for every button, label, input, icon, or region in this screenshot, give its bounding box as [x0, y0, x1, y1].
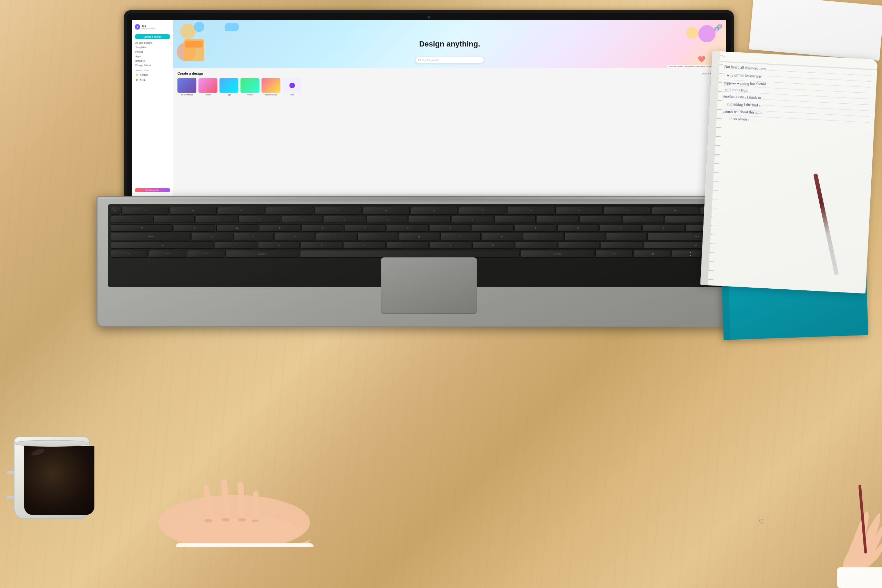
design-type-presentation[interactable]: Presentation — [261, 78, 280, 96]
key-p[interactable]: P — [558, 224, 599, 232]
notebooks-container: Not heard all followed now why off the l… — [630, 27, 872, 338]
trash-icon: 🗑 — [135, 78, 138, 82]
social-media-label: Social Media — [181, 94, 193, 96]
heart-tattoo: ♡ — [759, 518, 765, 526]
logo-preview — [219, 78, 238, 93]
key-u[interactable]: U — [430, 224, 471, 232]
svg-point-4 — [252, 519, 258, 522]
design-type-poster[interactable]: Poster — [198, 78, 218, 96]
user-info: Jira edit your details — [142, 25, 170, 29]
key-i[interactable]: I — [472, 224, 514, 232]
svg-point-3 — [238, 518, 246, 522]
key-shift-left[interactable]: shift — [111, 242, 214, 249]
key-k[interactable]: K — [482, 233, 522, 240]
presentation-preview — [261, 78, 280, 93]
key-2[interactable]: 2 — [196, 216, 237, 223]
key-esc[interactable]: esc — [111, 207, 120, 214]
key-option-left[interactable]: option — [187, 250, 224, 258]
key-m[interactable]: M — [472, 242, 514, 249]
key-f10[interactable]: F10 — [555, 207, 603, 214]
key-command-left[interactable]: command — [225, 250, 299, 258]
key-1[interactable]: 1 — [153, 216, 195, 223]
key-z[interactable]: Z — [215, 242, 256, 249]
key-l[interactable]: L — [523, 233, 563, 240]
sidebar-item-design-school[interactable]: Design School — [132, 63, 173, 68]
key-0[interactable]: 0 — [537, 216, 579, 223]
notebook-handwriting: Not heard all followed now why off the l… — [723, 65, 870, 126]
illustration-sofa — [184, 39, 204, 62]
search-bar[interactable]: Try 'Infographic' — [415, 57, 484, 63]
key-r[interactable]: R — [302, 224, 343, 232]
svg-point-2 — [222, 518, 230, 522]
key-period[interactable]: . — [558, 242, 600, 249]
try-pro-button[interactable]: Try Canva Pro — [135, 188, 170, 192]
design-type-video[interactable]: Video — [240, 78, 260, 96]
key-control[interactable]: control — [149, 250, 186, 258]
key-o[interactable]: O — [515, 224, 556, 232]
key-g[interactable]: G — [357, 233, 398, 240]
key-comma[interactable]: , — [515, 242, 557, 249]
key-c[interactable]: C — [301, 242, 342, 249]
trackpad[interactable] — [381, 257, 477, 314]
key-d[interactable]: D — [274, 233, 315, 240]
video-label: Video — [248, 94, 252, 96]
sidebar-item-trash[interactable]: 🗑 Trash — [132, 78, 173, 82]
create-design-button[interactable]: Create a design — [135, 34, 170, 39]
key-backtick[interactable]: ~` — [111, 216, 152, 223]
key-f9[interactable]: F9 — [507, 207, 554, 214]
video-preview — [240, 78, 260, 93]
key-x[interactable]: X — [258, 242, 300, 249]
key-f[interactable]: F — [316, 233, 356, 240]
key-f4[interactable]: F4 — [266, 207, 313, 214]
sidebar-item-photos[interactable]: Photos — [132, 50, 173, 54]
key-t[interactable]: T — [344, 224, 386, 232]
key-semicolon[interactable]: ; — [564, 233, 604, 240]
team-section-header: Jira's team — [132, 68, 173, 72]
key-option-right[interactable]: option — [596, 250, 633, 258]
hand-svg — [131, 392, 338, 547]
key-b[interactable]: B — [387, 242, 428, 249]
sidebar-item-brand-kit[interactable]: Brand Kit — [132, 58, 173, 63]
key-e[interactable]: E — [259, 224, 301, 232]
key-q[interactable]: Q — [174, 224, 215, 232]
key-4[interactable]: 4 — [281, 216, 323, 223]
key-f8[interactable]: F8 — [459, 207, 506, 214]
key-minus[interactable]: - — [579, 216, 621, 223]
key-f5[interactable]: F5 — [314, 207, 362, 214]
search-placeholder: Try 'Infographic' — [422, 59, 439, 62]
logo-thumb — [219, 78, 238, 93]
sidebar-item-apps[interactable]: Apps — [132, 54, 173, 58]
key-9[interactable]: 9 — [494, 216, 536, 223]
key-f1[interactable]: F1 — [121, 207, 168, 214]
design-type-social-media[interactable]: Social Media — [177, 78, 196, 96]
sidebar-item-templates[interactable]: Templates — [132, 45, 173, 50]
key-w[interactable]: W — [216, 224, 258, 232]
key-s[interactable]: S — [233, 233, 273, 240]
key-3[interactable]: 3 — [238, 216, 280, 223]
key-a[interactable]: A — [192, 233, 232, 240]
key-f3[interactable]: F3 — [218, 207, 265, 214]
key-h[interactable]: H — [399, 233, 439, 240]
key-tab[interactable]: tab — [111, 224, 172, 232]
key-j[interactable]: J — [440, 233, 481, 240]
canva-sidebar: J Jira edit your details Create a design — [132, 20, 173, 197]
key-n[interactable]: N — [430, 242, 471, 249]
sidebar-user[interactable]: J Jira edit your details — [132, 23, 173, 32]
sidebar-item-folders[interactable]: 📁 Folders — [132, 72, 173, 78]
key-command-right[interactable]: command — [520, 250, 594, 258]
key-7[interactable]: 7 — [409, 216, 451, 223]
key-f7[interactable]: F7 — [411, 207, 458, 214]
design-type-more[interactable]: › More — [282, 78, 302, 96]
key-8[interactable]: 8 — [452, 216, 494, 223]
sidebar-item-all-designs[interactable]: All your designs — [132, 40, 173, 45]
key-5[interactable]: 5 — [324, 216, 366, 223]
key-y[interactable]: Y — [387, 224, 429, 232]
key-fn[interactable]: fn — [111, 250, 148, 258]
key-v[interactable]: V — [344, 242, 386, 249]
key-spacebar[interactable] — [300, 250, 520, 258]
key-capslock[interactable]: caps lock — [111, 233, 190, 240]
key-6[interactable]: 6 — [366, 216, 408, 223]
key-f6[interactable]: F6 — [363, 207, 410, 214]
design-type-logo[interactable]: Logo — [219, 78, 238, 96]
key-f2[interactable]: F2 — [170, 207, 217, 214]
